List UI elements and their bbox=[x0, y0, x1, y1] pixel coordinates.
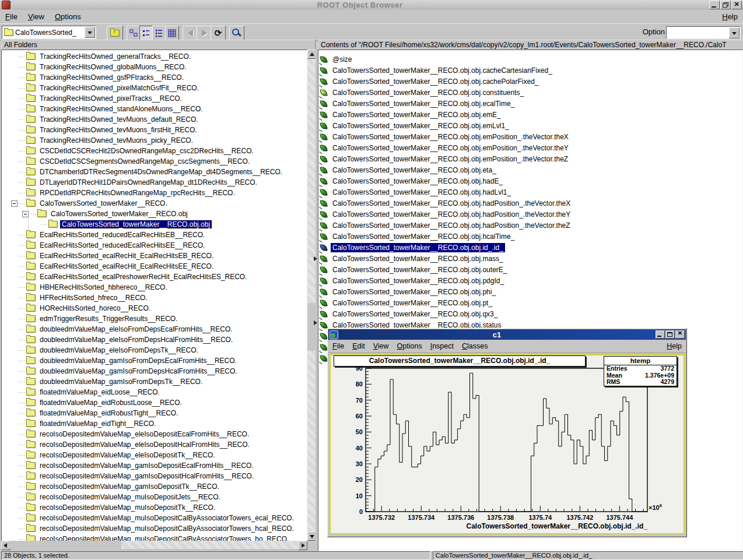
list-item[interactable]: CaloTowersSorted_towerMaker__RECO.obj.ob… bbox=[318, 98, 742, 109]
menu-view[interactable]: View bbox=[369, 341, 393, 351]
list-item-label[interactable]: CaloTowersSorted_towerMaker__RECO.obj.ob… bbox=[331, 143, 570, 153]
list-item-label[interactable]: @size bbox=[331, 55, 354, 64]
list-item[interactable]: CaloTowersSorted_towerMaker__RECO.obj.ob… bbox=[318, 286, 742, 297]
close-button[interactable] bbox=[731, 1, 742, 9]
tree-item-label[interactable]: TrackingRecHitsOwned_globalMuons__RECO. bbox=[38, 63, 188, 71]
vertical-scroll-thumb[interactable] bbox=[307, 303, 316, 351]
tree-item-label[interactable]: HBHERecHitsSorted_hbhereco__RECO. bbox=[38, 283, 169, 291]
list-item-label[interactable]: CaloTowersSorted_towerMaker__RECO.obj.ob… bbox=[331, 243, 505, 252]
tree-item[interactable]: CaloTowersSorted_towerMaker__RECO.obj bbox=[2, 209, 307, 219]
tree-item[interactable]: edmTriggerResults_TriggerResults__RECO. bbox=[2, 314, 307, 324]
tree-item[interactable]: CSCDetIdCSCSegmentsOwnedRangeMap_cscSegm… bbox=[2, 156, 307, 167]
list-item-label[interactable]: CaloTowersSorted_towerMaker__RECO.obj.ob… bbox=[331, 99, 516, 108]
tree-item[interactable]: doubleedmValueMap_eleIsoFromDepsHcalFrom… bbox=[2, 334, 307, 345]
list-item-label[interactable]: CaloTowersSorted_towerMaker__RECO.obj.ob… bbox=[331, 188, 513, 197]
canvas-menu-help[interactable]: Help bbox=[663, 341, 686, 351]
list-item-label[interactable]: CaloTowersSorted_towerMaker__RECO.obj.ob… bbox=[331, 88, 525, 97]
list-item-label[interactable]: CaloTowersSorted_towerMaker__RECO.obj.ob… bbox=[331, 121, 511, 131]
list-item-label[interactable]: CaloTowersSorted_towerMaker__RECO.obj.ob… bbox=[331, 210, 572, 219]
large-icons-button[interactable] bbox=[127, 26, 141, 40]
list-item[interactable]: CaloTowersSorted_towerMaker__RECO.obj.ob… bbox=[318, 220, 742, 231]
tree-item-label[interactable]: TrackingRecHitsOwned_tevMuons_default_RE… bbox=[38, 115, 200, 124]
tree-item-label[interactable]: recoIsoDepositedmValueMap_gamIsoDepositT… bbox=[38, 482, 221, 491]
list-item[interactable]: CaloTowersSorted_towerMaker__RECO.obj.ob… bbox=[318, 87, 742, 98]
tree-item[interactable]: recoIsoDepositedmValueMap_muIsoDepositJe… bbox=[2, 492, 307, 502]
tree-item[interactable]: HORecHitsSorted_horeco__RECO. bbox=[2, 303, 307, 314]
tree-item-label[interactable]: TrackingRecHitsOwned_pixelMatchGsfFit__R… bbox=[38, 84, 201, 92]
menu-inspect[interactable]: Inspect bbox=[426, 341, 458, 351]
tree-item[interactable]: recoIsoDepositedmValueMap_eleIsoDepositE… bbox=[2, 429, 307, 439]
tree-item[interactable]: RPCDetIdRPCRecHitsOwnedRangeMap_rpcRecHi… bbox=[2, 188, 307, 198]
tree-item-label[interactable]: recoIsoDepositedmValueMap_eleIsoDepositE… bbox=[38, 430, 251, 438]
list-item-label[interactable]: CaloTowersSorted_towerMaker__RECO.obj.ob… bbox=[331, 276, 506, 286]
find-button[interactable] bbox=[229, 26, 244, 40]
tree-item[interactable]: floatedmValueMap_eidLoose__RECO. bbox=[2, 387, 307, 397]
tree-item[interactable]: EcalRecHitsSorted_ecalRecHit_EcalRecHits… bbox=[2, 251, 307, 261]
list-item-label[interactable]: CaloTowersSorted_towerMaker__RECO.obj.ob… bbox=[331, 309, 499, 319]
tree-item[interactable]: floatedmValueMap_eidTight__RECO. bbox=[2, 418, 307, 429]
tree-item-label[interactable]: recoIsoDepositedmValueMap_muIsoDepositTk… bbox=[38, 503, 217, 512]
list-item-label[interactable]: CaloTowersSorted_towerMaker__RECO.obj.ob… bbox=[331, 77, 541, 86]
forward-button[interactable] bbox=[197, 26, 212, 40]
tree-item[interactable]: doubleedmValueMap_eleIsoFromDepsTk__RECO… bbox=[2, 345, 307, 355]
list-item[interactable]: CaloTowersSorted_towerMaker__RECO.obj.ob… bbox=[318, 76, 742, 87]
tree-item-label[interactable]: TrackingRecHitsOwned_tevMuons_picky_RECO… bbox=[38, 136, 195, 145]
list-item-label[interactable]: CaloTowersSorted_towerMaker__RECO.obj.ob… bbox=[331, 165, 498, 175]
tree-item[interactable]: TrackingRecHitsOwned_tevMuons_firstHit_R… bbox=[2, 125, 307, 135]
tree-item-label[interactable]: doubleedmValueMap_gamIsoFromDepsTk__RECO… bbox=[38, 378, 204, 386]
tree-item[interactable]: recoIsoDepositedmValueMap_gamIsoDepositT… bbox=[2, 481, 307, 492]
list-item[interactable]: CaloTowersSorted_towerMaker__RECO.obj.ob… bbox=[318, 131, 742, 142]
horizontal-scrollbar[interactable] bbox=[1, 541, 307, 549]
tree-item-label[interactable]: HORecHitsSorted_horeco__RECO. bbox=[38, 304, 152, 312]
tree-item[interactable]: CaloTowersSorted_towerMaker__RECO.obj.ob… bbox=[2, 219, 307, 230]
tree-item[interactable]: TrackingRecHitsOwned_gsfPFtracks__RECO. bbox=[2, 72, 307, 83]
list-item[interactable]: CaloTowersSorted_towerMaker__RECO.obj.ob… bbox=[318, 275, 742, 286]
tree-item-label[interactable]: doubleedmValueMap_eleIsoFromDepsHcalFrom… bbox=[38, 336, 234, 344]
list-item[interactable]: CaloTowersSorted_towerMaker__RECO.obj.ob… bbox=[318, 198, 742, 209]
list-item[interactable]: CaloTowersSorted_towerMaker__RECO.obj.ob… bbox=[318, 142, 742, 153]
tree-item-label[interactable]: CaloTowersSorted_towerMaker__RECO.obj bbox=[49, 210, 190, 218]
stats-box[interactable]: htemp Entries3772Mean1.376e+09RMS4279 bbox=[604, 356, 677, 386]
menu-help[interactable]: Help bbox=[717, 11, 743, 22]
list-item-label[interactable]: CaloTowersSorted_towerMaker__RECO.obj.ob… bbox=[331, 265, 509, 274]
tree-item[interactable]: TrackingRecHitsOwned_pixelMatchGsfFit__R… bbox=[2, 83, 307, 93]
list-item-label[interactable]: CaloTowersSorted_towerMaker__RECO.obj.ob… bbox=[331, 110, 503, 119]
option-combobox[interactable] bbox=[666, 26, 741, 39]
tree-item-label[interactable]: EcalRecHitsSorted_ecalPreshowerRecHit_Ec… bbox=[38, 273, 248, 281]
list-item[interactable]: CaloTowersSorted_towerMaker__RECO.obj.ob… bbox=[318, 297, 742, 308]
tree-item-label[interactable]: TrackingRecHitsOwned_generalTracks__RECO… bbox=[38, 52, 192, 61]
tree-item-label[interactable]: floatedmValueMap_eidLoose__RECO. bbox=[38, 388, 162, 396]
tree-item-label[interactable]: doubleedmValueMap_gamIsoFromDepsHcalFrom… bbox=[38, 367, 239, 375]
tree-item-label[interactable]: TrackingRecHitsOwned_standAloneMuons__RE… bbox=[38, 105, 205, 113]
tree-item[interactable]: TrackingRecHitsOwned_generalTracks__RECO… bbox=[2, 51, 307, 62]
tree-item[interactable]: floatedmValueMap_eidRobustTight__RECO. bbox=[2, 408, 307, 418]
menu-edit[interactable]: Edit bbox=[348, 341, 369, 351]
list-view-button[interactable] bbox=[152, 26, 166, 40]
tree-item-label[interactable]: EcalRecHitsSorted_ecalRecHit_EcalRecHits… bbox=[38, 262, 215, 270]
menu-file[interactable]: File bbox=[0, 11, 23, 22]
tree-item[interactable]: doubleedmValueMap_gamIsoFromDepsHcalFrom… bbox=[2, 366, 307, 376]
tree-item[interactable]: TrackingRecHitsOwned_tevMuons_picky_RECO… bbox=[2, 135, 307, 146]
tree-item-label[interactable]: floatedmValueMap_eidRobustLoose__RECO. bbox=[38, 399, 184, 407]
tree-item-label[interactable]: recoIsoDepositedmValueMap_gamIsoDepositH… bbox=[38, 472, 255, 480]
menu-options[interactable]: Options bbox=[393, 341, 426, 351]
tree-item[interactable]: recoIsoDepositedmValueMap_gamIsoDepositH… bbox=[2, 471, 307, 481]
list-item-label[interactable]: CaloTowersSorted_towerMaker__RECO.obj.ob… bbox=[331, 232, 516, 241]
menu-options[interactable]: Options bbox=[50, 11, 86, 22]
tree-item-label[interactable]: CSCDetIdCSCSegmentsOwnedRangeMap_cscSegm… bbox=[38, 157, 251, 165]
tree-item[interactable]: TrackingRecHitsOwned_standAloneMuons__RE… bbox=[2, 104, 307, 114]
tree-item[interactable]: CSCDetIdCSCRecHit2DsOwnedRangeMap_csc2DR… bbox=[2, 146, 307, 156]
tree-item[interactable]: EcalRecHitsSorted_reducedEcalRecHitsEE__… bbox=[2, 240, 307, 251]
refresh-button[interactable]: ⟳ bbox=[211, 26, 226, 40]
tree-item-label[interactable]: DTChamberIdDTRecSegment4DsOwnedRangeMap_… bbox=[38, 168, 284, 176]
tree-item[interactable]: TrackingRecHitsOwned_globalMuons__RECO. bbox=[2, 62, 307, 72]
menu-file[interactable]: File bbox=[328, 341, 348, 351]
tree-item-label[interactable]: edmTriggerResults_TriggerResults__RECO. bbox=[38, 315, 180, 323]
tree-item[interactable]: doubleedmValueMap_eleIsoFromDepsEcalFrom… bbox=[2, 324, 307, 334]
tree-item[interactable]: recoIsoDepositedmValueMap_gamIsoDepositE… bbox=[2, 460, 307, 471]
tree-item-label[interactable]: TrackingRecHitsOwned_pixelTracks__RECO. bbox=[38, 94, 184, 103]
tree-item[interactable]: EcalRecHitsSorted_ecalPreshowerRecHit_Ec… bbox=[2, 272, 307, 282]
list-item[interactable]: CaloTowersSorted_towerMaker__RECO.obj.ob… bbox=[318, 264, 742, 275]
tree-item-label[interactable]: recoIsoDepositedmValueMap_gamIsoDepositE… bbox=[38, 462, 255, 470]
tree-item[interactable]: HFRecHitsSorted_hfreco__RECO. bbox=[2, 293, 307, 303]
